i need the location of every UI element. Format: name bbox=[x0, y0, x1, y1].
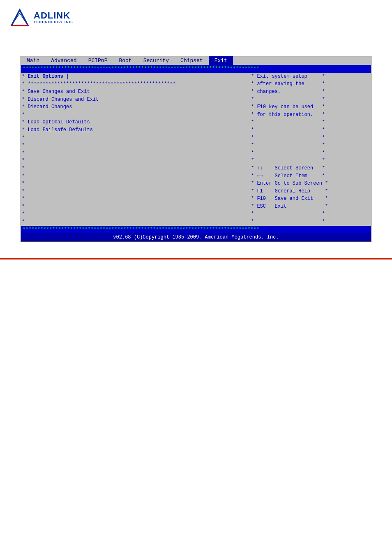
logo-text: ADLINK TECHNOLOGY INC. bbox=[34, 11, 74, 24]
header: ADLINK TECHNOLOGY INC. bbox=[0, 0, 392, 31]
right-row-6: * for this operation. * bbox=[251, 111, 370, 119]
right-esc-exit: * ESC Exit * bbox=[251, 203, 370, 211]
right-row-1: * Exit system setup * bbox=[251, 73, 370, 81]
blank-l10: * bbox=[22, 195, 251, 203]
row-discard: * Discard Changes * F10 key can be used … bbox=[21, 103, 371, 111]
blank-l12: * bbox=[22, 210, 251, 218]
right-row-2: * after saving the * bbox=[251, 80, 370, 88]
discard-exit-left[interactable]: * Discard Changes and Exit bbox=[22, 96, 251, 104]
logo-container: ADLINK TECHNOLOGY INC. bbox=[10, 7, 74, 27]
bios-footer: v02.68 (C)Copyright 1985-2009, American … bbox=[21, 233, 371, 241]
row-select-item: * * ←→ Select Item * bbox=[21, 172, 371, 180]
right-row-5: * F10 key can be used * bbox=[251, 103, 370, 111]
bottom-separator: ****************************************… bbox=[21, 226, 371, 234]
right-select-screen: * ↑↓ Select Screen * bbox=[251, 164, 370, 172]
tab-pcipnp[interactable]: PCIPnP bbox=[83, 56, 113, 65]
right-row-11: * * bbox=[251, 149, 370, 157]
blank-left-1: * bbox=[22, 111, 251, 119]
row-blank-3: * * * bbox=[21, 141, 371, 149]
cursor: │ bbox=[63, 74, 69, 79]
right-row-3: * changes. * bbox=[251, 88, 370, 96]
copyright-text: v02.68 (C)Copyright 1985-2009, American … bbox=[113, 234, 279, 240]
row-blank-4: * * * bbox=[21, 149, 371, 157]
adlink-logo-icon bbox=[10, 7, 30, 27]
tab-boot[interactable]: Boot bbox=[113, 56, 137, 65]
right-row-4: * * bbox=[251, 96, 370, 104]
failsafe-left[interactable]: * Load Failsafe Defaults bbox=[22, 126, 251, 134]
row-discard-exit: * Discard Changes and Exit * * bbox=[21, 96, 371, 104]
save-exit-left[interactable]: * Save Changes and Exit bbox=[22, 88, 251, 96]
bios-panel: Main Advanced PCIPnP Boot Security Chips… bbox=[21, 56, 371, 242]
right-row-12: * * bbox=[251, 157, 370, 164]
adlink-brand: ADLINK bbox=[34, 11, 74, 21]
blank-l2: * bbox=[22, 134, 251, 142]
row-blank-2: * * * bbox=[21, 134, 371, 142]
svg-marker-0 bbox=[12, 10, 28, 25]
row-enter-sub: * * Enter Go to Sub Screen * bbox=[21, 180, 371, 188]
tab-security[interactable]: Security bbox=[138, 56, 175, 65]
row-save-exit: * Save Changes and Exit * changes. * bbox=[21, 88, 371, 96]
right-enter-sub: * Enter Go to Sub Screen * bbox=[251, 180, 370, 188]
right-row-9: * * bbox=[251, 134, 370, 142]
right-f1-help: * F1 General Help * bbox=[251, 188, 370, 195]
right-row-10: * * bbox=[251, 141, 370, 149]
row-esc-exit: * * ESC Exit * bbox=[21, 203, 371, 211]
right-f10-save: * F10 Save and Exit * bbox=[251, 195, 370, 203]
page-bottom-line bbox=[0, 258, 392, 259]
right-select-item: * ←→ Select Item * bbox=[251, 172, 370, 180]
star-line-left: * **************************************… bbox=[22, 80, 251, 88]
row-blank-7: * * * bbox=[21, 218, 371, 226]
right-row-7: * * bbox=[251, 118, 370, 126]
exit-options-label: Exit Options bbox=[28, 74, 63, 79]
row-select-screen: * * ↑↓ Select Screen * bbox=[21, 164, 371, 172]
tab-chipset[interactable]: Chipset bbox=[175, 56, 209, 65]
row-blank-6: * * * bbox=[21, 210, 371, 218]
blank-l9: * bbox=[22, 188, 251, 195]
blank-l13: * bbox=[22, 218, 251, 226]
right-blank-7: * * bbox=[251, 218, 370, 226]
adlink-subtitle: TECHNOLOGY INC. bbox=[34, 21, 74, 24]
tab-advanced[interactable]: Advanced bbox=[45, 56, 82, 65]
bios-nav: Main Advanced PCIPnP Boot Security Chips… bbox=[21, 56, 371, 65]
row-failsafe: * Load Failsafe Defaults * * bbox=[21, 126, 371, 134]
discard-left[interactable]: * Discard Changes bbox=[22, 103, 251, 111]
row-blank-5: * * * bbox=[21, 157, 371, 164]
blank-l11: * bbox=[22, 203, 251, 211]
row-optimal: * Load Optimal Defaults * * bbox=[21, 118, 371, 126]
row-exit-options: * Exit Options │ * Exit system setup * bbox=[21, 73, 371, 81]
blank-l8: * bbox=[22, 180, 251, 188]
blank-l4: * bbox=[22, 149, 251, 157]
row-f1-help: * * F1 General Help * bbox=[21, 188, 371, 195]
optimal-left[interactable]: * Load Optimal Defaults bbox=[22, 118, 251, 126]
right-row-8: * * bbox=[251, 126, 370, 134]
tab-exit[interactable]: Exit bbox=[209, 56, 233, 65]
blank-l7: * bbox=[22, 172, 251, 180]
row-blank-1: * * for this operation. * bbox=[21, 111, 371, 119]
row-stars: * **************************************… bbox=[21, 80, 371, 88]
right-blank-6: * * bbox=[251, 210, 370, 218]
top-separator: ****************************************… bbox=[21, 65, 371, 73]
tab-main[interactable]: Main bbox=[21, 56, 45, 65]
blank-l5: * bbox=[22, 157, 251, 164]
row-f10-save: * * F10 Save and Exit * bbox=[21, 195, 371, 203]
blank-l6: * bbox=[22, 164, 251, 172]
star-left: * bbox=[22, 74, 28, 79]
blank-l3: * bbox=[22, 141, 251, 149]
